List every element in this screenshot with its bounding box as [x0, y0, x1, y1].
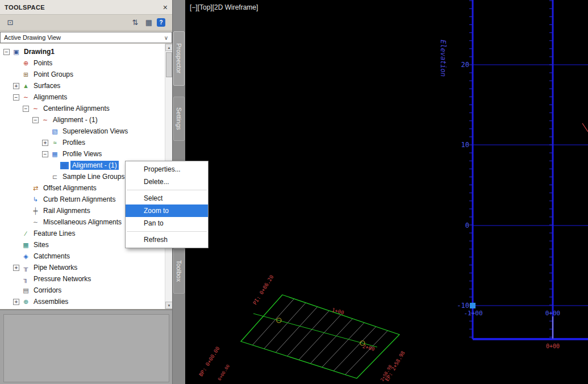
menu-item-refresh[interactable]: Refresh [126, 233, 208, 246]
parcel-hatch [252, 299, 387, 375]
drawing-icon: ▣ [12, 48, 20, 56]
rail-alignments-icon: ╪ [31, 207, 40, 214]
bp-station-annotation: 0+00.00 [217, 363, 231, 381]
item-preview-box [3, 314, 169, 382]
elevation-tick-0: 0 [465, 222, 469, 229]
profile-view-icon: ▦ [60, 162, 69, 169]
expander-minus-icon[interactable]: − [32, 117, 39, 123]
menu-item-pan-to[interactable]: Pan to [126, 217, 208, 229]
chevron-down-icon: ∨ [164, 35, 168, 41]
tree-item-profiles[interactable]: +≈Profiles [0, 137, 165, 148]
menu-item-delete[interactable]: Delete... [126, 176, 208, 188]
scroll-up-icon[interactable]: ▲ [165, 44, 172, 51]
tree-item-label: Rail Alignments [41, 206, 92, 215]
tree-item-corridors[interactable]: ▤Corridors [0, 285, 165, 296]
surfaces-icon: ▲ [22, 82, 30, 89]
expander-spacer [23, 197, 29, 203]
sites-icon: ▦ [22, 241, 30, 249]
viewport-controls[interactable]: [−][Top][2D Wireframe] [190, 3, 258, 11]
parcel-boundary [241, 295, 399, 378]
tab-prospector[interactable]: Prospector [173, 31, 185, 86]
tree-item-label: Miscellaneous Alignments [41, 218, 123, 227]
tree-item-label: Profile Views [61, 149, 103, 158]
panel-title: TOOLSPACE [5, 4, 45, 11]
menu-item-properties[interactable]: Properties... [126, 163, 208, 176]
grip-point [470, 303, 476, 308]
curb-return-alignments-icon: ↳ [31, 196, 40, 203]
menu-item-zoom-to[interactable]: Zoom to [126, 204, 208, 217]
tree-item-label: Pressure Networks [32, 274, 93, 283]
pi-annotation: PI: 0+86.20 [252, 274, 274, 306]
tree-item-assemblies[interactable]: +⊕Assemblies [0, 296, 165, 307]
red-edge-mark [582, 123, 588, 132]
tree-item-label: Point Groups [32, 70, 75, 79]
tree-item-drawing1[interactable]: −▣Drawing1 [0, 46, 165, 57]
tree-item-label: Pipe Networks [32, 263, 79, 272]
expander-plus-icon[interactable]: + [13, 265, 19, 271]
tab-settings[interactable]: Settings [173, 97, 185, 141]
alignments-icon: ∼ [22, 94, 30, 101]
toolspace-titlebar: TOOLSPACE × [0, 0, 172, 15]
tree-item-label: Superelevation Views [61, 127, 130, 136]
elevation-tick-20: 20 [461, 61, 469, 69]
profiles-icon: ≈ [51, 139, 59, 146]
tree-item-label: Alignments [32, 93, 69, 102]
corridors-icon: ▤ [22, 287, 30, 294]
tree-item-superelevation-views[interactable]: ▧Superelevation Views [0, 126, 165, 137]
tab-toolbox[interactable]: Toolbox [173, 248, 185, 294]
expander-plus-icon[interactable]: + [42, 140, 48, 146]
menu-separator [127, 231, 207, 232]
profile-views-icon: ▦ [51, 151, 59, 158]
menu-item-select[interactable]: Select [126, 192, 208, 204]
expander-spacer [13, 287, 19, 294]
offset-alignments-icon: ⇄ [31, 185, 40, 192]
tree-item-catchments[interactable]: ◈Catchments [0, 251, 165, 262]
tree-item-pressure-networks[interactable]: ╖Pressure Networks [0, 273, 165, 285]
elevation-tick-10: 10 [461, 141, 469, 149]
expander-minus-icon[interactable]: − [13, 94, 19, 101]
point-groups-icon: ⊞ [22, 71, 30, 78]
menu-separator [127, 190, 207, 190]
expander-minus-icon[interactable]: − [23, 106, 29, 112]
expander-spacer [13, 60, 19, 66]
close-icon[interactable]: × [163, 3, 168, 11]
civil3d-window: TOOLSPACE × ⊡⇅▦? Active Drawing View ∨ −… [0, 0, 588, 384]
expander-minus-icon[interactable]: − [42, 151, 48, 157]
panorama-icon[interactable]: ▦ [143, 18, 155, 28]
assemblies-icon: ⊕ [22, 298, 30, 306]
site-plan: 1+00 2+00 PI: 0+86.20 BP: 0+00.00 EP: 2+… [198, 274, 406, 382]
expander-spacer [13, 231, 19, 237]
superelevation-views-icon: ▧ [51, 128, 59, 135]
drawing-canvas: Elevation 20 10 0 -10 -1+00 0+00 0+00 [185, 0, 588, 384]
expander-plus-icon[interactable]: + [13, 299, 19, 305]
data-transfer-icon[interactable]: ⇅ [130, 18, 141, 28]
drawing-viewport[interactable]: [−][Top][2D Wireframe] Elevation 20 10 0… [185, 0, 588, 384]
tree-item-label: Corridors [32, 286, 63, 295]
expander-spacer [23, 185, 29, 191]
tree-item-alignment-1[interactable]: −∼Alignment - (1) [0, 114, 165, 126]
tree-item-points[interactable]: ⊕Points [0, 57, 165, 69]
tree-item-label: Sites [32, 240, 51, 249]
pressure-networks-icon: ╖ [22, 276, 30, 282]
bp-annotation: BP: 0+00.00 [198, 345, 220, 377]
tree-item-label: Surfaces [32, 81, 62, 90]
tree-item-profile-views[interactable]: −▦Profile Views [0, 148, 165, 160]
expander-spacer [13, 242, 19, 248]
tree-item-centerline-alignments[interactable]: −∼Centerline Alignments [0, 103, 165, 114]
tree-item-surfaces[interactable]: +▲Surfaces [0, 80, 165, 91]
toolspace-toolbar: ⊡⇅▦? [0, 15, 172, 31]
tree-item-point-groups[interactable]: ⊞Point Groups [0, 69, 165, 80]
tree-item-alignments[interactable]: −∼Alignments [0, 91, 165, 103]
view-selector-value: Active Drawing View [4, 34, 61, 41]
expander-minus-icon[interactable]: − [3, 49, 10, 55]
view-selector[interactable]: Active Drawing View ∨ [0, 32, 172, 43]
elevation-axis-title: Elevation [439, 40, 447, 77]
expander-plus-icon[interactable]: + [13, 83, 19, 89]
points-icon: ⊕ [22, 60, 30, 67]
scroll-thumb[interactable] [166, 52, 172, 77]
tree-item-pipe-networks[interactable]: +╥Pipe Networks [0, 262, 165, 273]
help-icon[interactable]: ? [157, 18, 165, 27]
customize-icon[interactable]: ⊡ [5, 18, 16, 28]
scroll-down-icon[interactable]: ▼ [165, 302, 172, 309]
expander-spacer [52, 162, 58, 169]
